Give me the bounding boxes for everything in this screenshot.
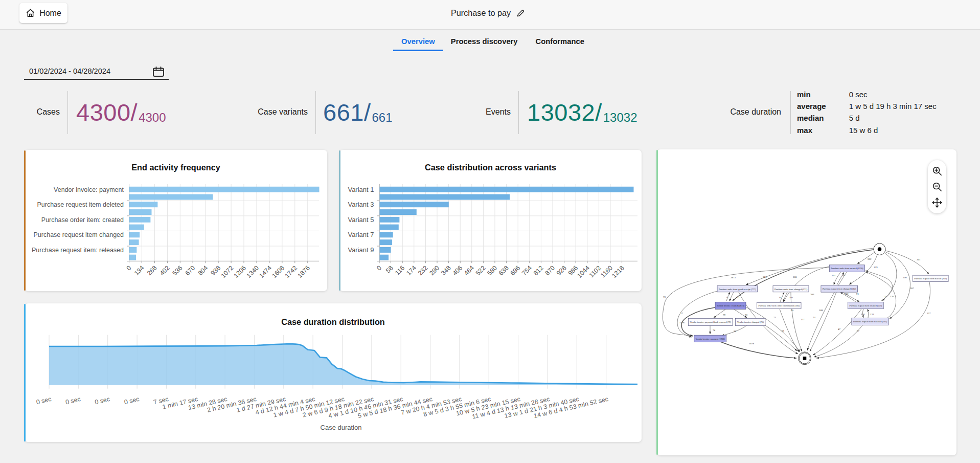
svg-text:0 sec: 0 sec (65, 395, 81, 406)
svg-text:Purchase request item changed: Purchase request item changed (512) (823, 288, 856, 290)
svg-text:74: 74 (713, 329, 716, 332)
svg-text:812: 812 (532, 264, 545, 277)
svg-text:101: 101 (832, 274, 836, 277)
svg-text:0 sec: 0 sec (124, 395, 140, 406)
svg-text:290: 290 (903, 276, 907, 279)
svg-text:Purchase request item deleted: Purchase request item deleted (37, 201, 124, 208)
svg-text:536: 536 (171, 264, 184, 277)
svg-text:1474: 1474 (258, 264, 273, 279)
svg-text:Variant 9: Variant 9 (348, 246, 374, 254)
svg-text:232: 232 (417, 264, 429, 277)
svg-text:126: 126 (861, 313, 865, 316)
svg-text:58: 58 (384, 264, 395, 274)
svg-text:61: 61 (782, 329, 785, 332)
svg-text:71: 71 (773, 316, 777, 319)
svg-text:1706: 1706 (679, 321, 685, 324)
svg-text:101: 101 (789, 296, 793, 299)
svg-text:17: 17 (680, 312, 683, 315)
svg-text:268: 268 (146, 264, 158, 277)
svg-text:307: 307 (910, 287, 914, 290)
svg-text:206: 206 (810, 293, 814, 296)
svg-text:696: 696 (509, 264, 522, 277)
svg-text:73: 73 (663, 296, 666, 298)
svg-text:Variant 5: Variant 5 (348, 216, 374, 224)
svg-text:1608: 1608 (270, 264, 286, 279)
svg-text:91: 91 (856, 293, 859, 295)
svg-text:120: 120 (890, 295, 894, 298)
svg-text:174: 174 (405, 264, 418, 277)
svg-text:Vendor invoice changed (75): Vendor invoice changed (75) (737, 321, 764, 323)
svg-text:1876: 1876 (296, 264, 311, 279)
svg-text:1072: 1072 (220, 264, 235, 279)
svg-text:Purchase request item: created: Purchase request item: created (557) (850, 304, 882, 307)
svg-text:348: 348 (440, 264, 452, 277)
svg-text:74: 74 (813, 316, 816, 319)
svg-text:129: 129 (874, 266, 878, 269)
svg-text:464: 464 (463, 264, 475, 277)
svg-text:337: 337 (801, 318, 805, 321)
svg-text:Variant 3: Variant 3 (348, 201, 374, 208)
svg-text:Purchase order item: created (: Purchase order item: created (1230) (831, 267, 863, 270)
svg-text:67: 67 (857, 329, 860, 332)
svg-text:73: 73 (745, 314, 748, 316)
svg-text:Vendor invoice: payment block: Vendor invoice: payment block removed (7… (690, 321, 732, 323)
svg-text:116: 116 (394, 264, 406, 276)
svg-text:0: 0 (125, 264, 133, 272)
svg-text:1742: 1742 (283, 264, 299, 279)
svg-text:1044: 1044 (576, 264, 591, 279)
svg-text:Purchase request item changed: Purchase request item changed (34, 231, 124, 238)
svg-text:186: 186 (793, 276, 797, 278)
svg-text:132: 132 (845, 293, 849, 295)
svg-text:Purchase order item: goods rec: Purchase order item: goods receipt (777) (719, 288, 756, 291)
svg-text:322: 322 (868, 258, 872, 260)
svg-text:133: 133 (870, 313, 874, 316)
svg-text:Purchase request item deleted: Purchase request item deleted (201) (914, 277, 947, 280)
svg-text:290: 290 (428, 264, 441, 277)
svg-text:670: 670 (184, 264, 197, 277)
svg-text:Vendor invoice: created (2873): Vendor invoice: created (2873) (717, 304, 744, 307)
svg-text:Case duration: Case duration (321, 424, 362, 431)
svg-text:188: 188 (819, 309, 823, 312)
svg-text:47: 47 (838, 328, 841, 330)
svg-text:201: 201 (917, 258, 921, 261)
svg-text:1340: 1340 (245, 264, 261, 279)
svg-text:Variant 7: Variant 7 (348, 231, 374, 238)
svg-text:227: 227 (927, 312, 931, 315)
svg-text:1206: 1206 (233, 264, 248, 279)
svg-text:1160: 1160 (599, 264, 614, 279)
svg-text:0 sec: 0 sec (94, 395, 110, 406)
svg-text:0: 0 (375, 264, 383, 272)
svg-text:79: 79 (723, 314, 726, 316)
svg-text:134: 134 (133, 264, 146, 277)
svg-text:327: 327 (736, 296, 740, 299)
svg-text:1218: 1218 (610, 264, 626, 279)
svg-text:1878: 1878 (749, 342, 755, 345)
svg-text:31: 31 (726, 296, 729, 299)
svg-text:Purchase order item: order con: Purchase order item: order confirmation … (759, 304, 800, 307)
svg-text:870: 870 (543, 264, 556, 277)
svg-text:313: 313 (763, 276, 767, 278)
svg-text:1102: 1102 (588, 264, 603, 279)
svg-text:0 sec: 0 sec (35, 395, 52, 406)
svg-text:402: 402 (158, 264, 171, 277)
svg-text:638: 638 (497, 264, 510, 277)
svg-text:Vendor invoice: payment: Vendor invoice: payment (54, 186, 124, 193)
svg-text:Purchase order item: created: Purchase order item: created (41, 216, 124, 224)
svg-text:406: 406 (451, 264, 464, 277)
svg-text:928: 928 (555, 264, 568, 277)
svg-text:90: 90 (791, 309, 794, 312)
svg-text:2873: 2873 (731, 276, 736, 279)
svg-text:754: 754 (520, 264, 533, 277)
svg-text:Purchase request item: release: Purchase request item: released (32, 247, 124, 254)
svg-text:522: 522 (474, 264, 487, 277)
svg-text:Vendor invoice: payment (1932): Vendor invoice: payment (1932) (696, 338, 725, 340)
svg-text:Purchase request item: release: Purchase request item: released (361) (853, 320, 887, 323)
svg-text:30: 30 (779, 296, 782, 299)
svg-text:Variant 1: Variant 1 (348, 186, 374, 193)
svg-text:580: 580 (486, 264, 498, 277)
svg-text:Purchase order item: changed (: Purchase order item: changed (271) (774, 288, 807, 291)
svg-text:804: 804 (197, 264, 210, 277)
svg-text:30: 30 (734, 330, 737, 333)
